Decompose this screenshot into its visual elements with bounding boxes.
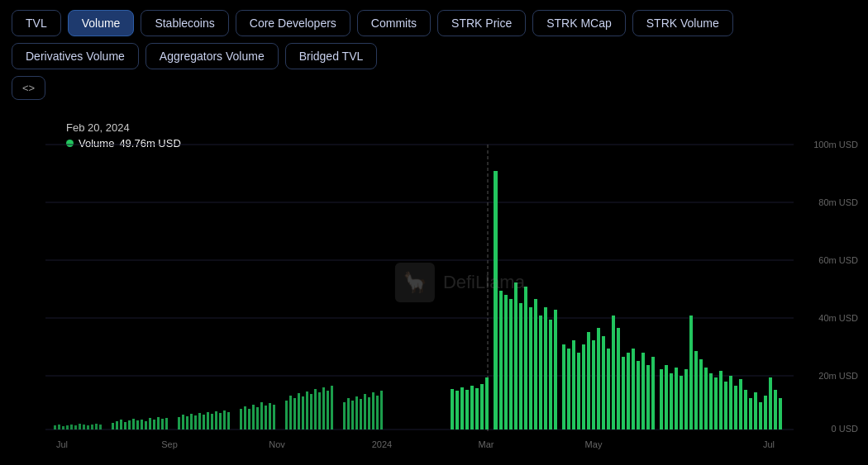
svg-rect-24 bbox=[70, 425, 73, 429]
svg-text:Jul: Jul bbox=[763, 439, 775, 449]
svg-rect-127 bbox=[641, 353, 645, 429]
code-button-row: <> bbox=[0, 76, 868, 105]
svg-rect-38 bbox=[136, 420, 139, 429]
svg-rect-108 bbox=[544, 307, 547, 429]
svg-rect-129 bbox=[651, 357, 655, 429]
svg-rect-67 bbox=[273, 405, 275, 429]
svg-rect-90 bbox=[451, 389, 454, 429]
svg-rect-149 bbox=[754, 392, 757, 429]
nav-btn-stablecoins[interactable]: Stablecoins bbox=[141, 10, 228, 36]
svg-rect-131 bbox=[665, 365, 668, 429]
svg-rect-93 bbox=[465, 390, 469, 429]
nav-btn-bridged-tvl[interactable]: Bridged TVL bbox=[285, 43, 378, 69]
svg-rect-23 bbox=[66, 425, 69, 429]
svg-rect-51 bbox=[198, 413, 201, 429]
svg-rect-135 bbox=[684, 369, 688, 429]
svg-rect-43 bbox=[157, 417, 160, 429]
svg-rect-102 bbox=[514, 282, 517, 429]
svg-rect-148 bbox=[749, 398, 752, 429]
svg-rect-85 bbox=[364, 394, 366, 429]
svg-rect-54 bbox=[211, 414, 213, 429]
nav-btn-commits[interactable]: Commits bbox=[357, 10, 431, 36]
svg-rect-133 bbox=[675, 368, 678, 429]
svg-rect-114 bbox=[577, 353, 580, 429]
svg-rect-99 bbox=[499, 291, 503, 429]
svg-rect-42 bbox=[153, 420, 155, 429]
svg-rect-80 bbox=[343, 402, 346, 429]
svg-rect-138 bbox=[699, 359, 703, 429]
svg-rect-141 bbox=[714, 377, 718, 429]
svg-rect-76 bbox=[318, 392, 321, 429]
svg-rect-75 bbox=[314, 389, 317, 429]
svg-rect-139 bbox=[704, 368, 708, 429]
svg-rect-118 bbox=[597, 328, 600, 429]
svg-rect-104 bbox=[524, 287, 527, 429]
svg-rect-125 bbox=[632, 349, 635, 429]
svg-rect-50 bbox=[194, 415, 197, 429]
svg-rect-122 bbox=[617, 328, 620, 429]
svg-rect-113 bbox=[572, 340, 575, 429]
svg-rect-73 bbox=[306, 391, 308, 429]
svg-rect-112 bbox=[567, 349, 570, 429]
svg-rect-124 bbox=[627, 353, 630, 429]
svg-text:0 USD: 0 USD bbox=[832, 424, 858, 434]
svg-rect-100 bbox=[504, 295, 508, 429]
svg-rect-91 bbox=[455, 391, 459, 429]
nav-btn-strk-mcap[interactable]: STRK MCap bbox=[532, 10, 626, 36]
svg-text:Nov: Nov bbox=[269, 439, 285, 449]
svg-rect-26 bbox=[79, 424, 81, 429]
svg-rect-69 bbox=[289, 396, 292, 429]
svg-rect-151 bbox=[764, 396, 767, 429]
svg-rect-44 bbox=[161, 419, 164, 429]
svg-rect-86 bbox=[368, 397, 370, 429]
svg-rect-35 bbox=[124, 422, 126, 429]
svg-rect-72 bbox=[302, 396, 304, 429]
nav-btn-volume[interactable]: Volume bbox=[68, 10, 135, 36]
svg-rect-55 bbox=[215, 411, 217, 429]
svg-rect-136 bbox=[689, 316, 693, 429]
svg-rect-40 bbox=[145, 421, 147, 429]
svg-rect-107 bbox=[539, 316, 542, 429]
nav-btn-core-developers[interactable]: Core Developers bbox=[236, 10, 351, 36]
svg-rect-25 bbox=[74, 425, 77, 429]
svg-rect-22 bbox=[62, 426, 64, 429]
svg-rect-137 bbox=[694, 351, 698, 429]
svg-text:Jul: Jul bbox=[56, 439, 68, 449]
svg-rect-68 bbox=[285, 401, 288, 429]
svg-rect-98 bbox=[494, 171, 498, 429]
nav-btn-tvl[interactable]: TVL bbox=[12, 10, 61, 36]
svg-text:20m USD: 20m USD bbox=[818, 371, 858, 381]
svg-text:80m USD: 80m USD bbox=[818, 197, 858, 207]
svg-rect-87 bbox=[372, 392, 374, 429]
svg-rect-77 bbox=[322, 387, 325, 429]
svg-rect-119 bbox=[602, 336, 605, 429]
svg-rect-117 bbox=[592, 340, 595, 429]
svg-rect-28 bbox=[87, 425, 89, 429]
svg-rect-134 bbox=[680, 376, 683, 429]
svg-rect-30 bbox=[95, 424, 98, 429]
svg-text:May: May bbox=[585, 439, 603, 449]
code-toggle-button[interactable]: <> bbox=[12, 76, 45, 100]
nav-btn-derivatives-volume[interactable]: Derivatives Volume bbox=[12, 43, 139, 69]
svg-rect-101 bbox=[509, 299, 513, 429]
svg-rect-66 bbox=[269, 403, 271, 429]
svg-rect-36 bbox=[128, 420, 131, 429]
nav-btn-strk-volume[interactable]: STRK Volume bbox=[632, 10, 733, 36]
svg-rect-41 bbox=[149, 418, 151, 429]
nav-btn-strk-price[interactable]: STRK Price bbox=[437, 10, 526, 36]
svg-rect-92 bbox=[460, 387, 464, 429]
svg-rect-144 bbox=[729, 376, 732, 429]
svg-rect-37 bbox=[132, 419, 135, 429]
svg-rect-59 bbox=[240, 409, 242, 429]
svg-rect-145 bbox=[734, 386, 737, 429]
svg-text:2024: 2024 bbox=[372, 439, 392, 449]
svg-rect-45 bbox=[165, 418, 168, 429]
svg-rect-31 bbox=[99, 425, 102, 429]
svg-rect-128 bbox=[646, 365, 650, 429]
nav-btn-aggregators-volume[interactable]: Aggregators Volume bbox=[145, 43, 279, 69]
svg-rect-84 bbox=[360, 399, 362, 429]
svg-rect-94 bbox=[470, 386, 474, 429]
svg-rect-103 bbox=[519, 303, 522, 429]
svg-rect-147 bbox=[744, 390, 747, 429]
svg-rect-89 bbox=[380, 391, 383, 429]
